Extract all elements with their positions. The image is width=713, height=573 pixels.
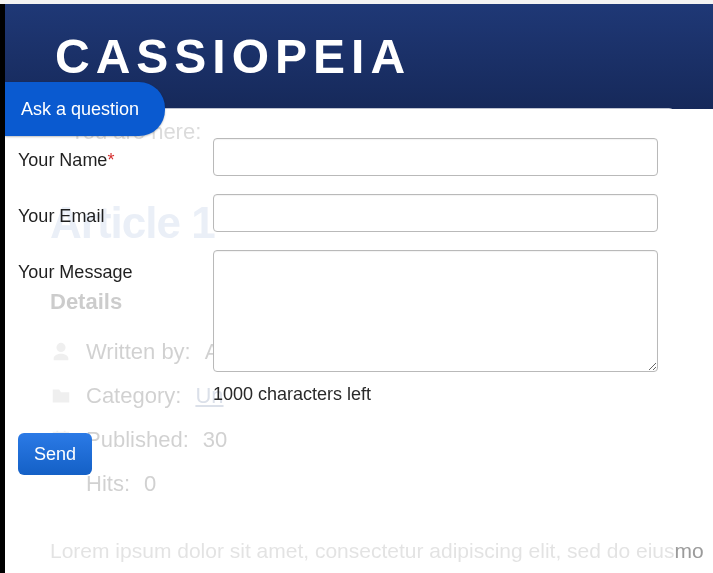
send-button[interactable]: Send <box>18 433 92 475</box>
popup-title: Ask a question <box>21 99 139 120</box>
name-label: Your Name* <box>18 138 213 171</box>
name-label-text: Your Name <box>18 150 107 170</box>
message-textarea[interactable] <box>213 250 658 372</box>
article-body: Lorem ipsum dolor sit amet, consectetur … <box>50 532 713 573</box>
message-label: Your Message <box>18 250 213 283</box>
required-marker: * <box>107 150 114 170</box>
site-brand: CASSIOPEIA <box>55 29 411 84</box>
left-edge <box>0 4 5 573</box>
row-email: Your Email <box>18 194 668 232</box>
email-input[interactable] <box>213 194 658 232</box>
row-name: Your Name* <box>18 138 668 176</box>
row-message: Your Message <box>18 250 668 372</box>
popup-tab[interactable]: Ask a question <box>5 82 165 136</box>
question-form: Your Name* Your Email Your Message 1000 … <box>18 138 668 475</box>
name-input[interactable] <box>213 138 658 176</box>
characters-left: 1000 characters left <box>213 384 668 405</box>
email-label: Your Email <box>18 194 213 227</box>
